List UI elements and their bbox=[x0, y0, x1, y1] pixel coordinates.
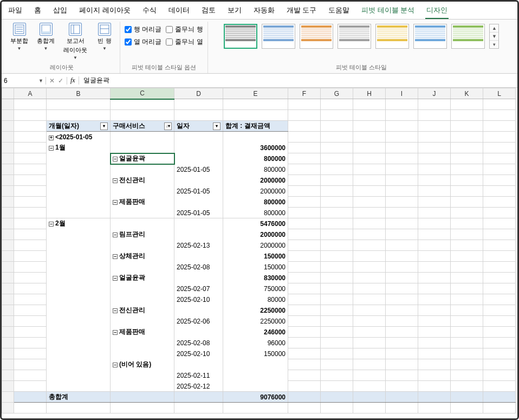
pivot-row[interactable]: –제품판매 bbox=[111, 327, 174, 338]
col-header[interactable]: I bbox=[386, 88, 418, 99]
row-header[interactable] bbox=[2, 197, 14, 208]
chk-row-headers[interactable]: 행 머리글 bbox=[125, 25, 161, 34]
row-header[interactable] bbox=[2, 359, 14, 370]
chk-banded-cols[interactable]: 줄무늬 열 bbox=[166, 37, 203, 47]
cell[interactable]: 2025-01-05 bbox=[174, 208, 223, 218]
cell[interactable]: 150000 bbox=[223, 262, 288, 273]
collapse-icon[interactable]: – bbox=[49, 222, 54, 227]
row-header[interactable] bbox=[2, 240, 14, 251]
cell[interactable]: 2025-02-11 bbox=[174, 370, 223, 381]
tab-insert[interactable]: 삽입 bbox=[52, 4, 68, 19]
pivot-style-2[interactable] bbox=[262, 24, 295, 49]
row-header[interactable] bbox=[2, 229, 14, 240]
col-header[interactable]: G bbox=[321, 88, 353, 99]
cell[interactable]: 800000 bbox=[223, 197, 288, 208]
tab-review[interactable]: 검토 bbox=[200, 4, 217, 19]
pivot-row[interactable]: –림프관리 bbox=[111, 229, 174, 240]
cell[interactable]: 5476000 bbox=[223, 218, 288, 229]
pivot-row[interactable]: –전신관리 bbox=[111, 305, 174, 316]
tab-file[interactable]: 파일 bbox=[7, 4, 23, 19]
row-header[interactable] bbox=[2, 392, 14, 403]
pivot-style-1[interactable] bbox=[224, 24, 257, 49]
subtotals-button[interactable]: 부분합 ▼ bbox=[8, 22, 30, 52]
accept-formula-icon[interactable]: ✓ bbox=[58, 77, 63, 85]
pivot-row[interactable]: –(비어 있음) bbox=[111, 359, 174, 370]
pivot-row[interactable]: –상체관리 bbox=[111, 251, 174, 262]
row-header[interactable] bbox=[2, 208, 14, 218]
sort-filter-icon[interactable]: ↓▾ bbox=[164, 122, 172, 130]
cell[interactable]: 800000 bbox=[223, 153, 288, 164]
pivot-style-6[interactable] bbox=[413, 24, 447, 49]
row-header[interactable] bbox=[2, 99, 14, 110]
name-box[interactable]: 6 ▼ bbox=[2, 77, 46, 85]
tab-view[interactable]: 보기 bbox=[226, 4, 243, 19]
row-header[interactable] bbox=[2, 316, 14, 327]
expand-gallery-icon[interactable]: ▾ bbox=[490, 41, 498, 48]
row-header[interactable] bbox=[2, 403, 14, 413]
tab-formulas[interactable]: 수식 bbox=[141, 4, 158, 19]
collapse-icon[interactable]: – bbox=[113, 200, 118, 205]
collapse-icon[interactable]: – bbox=[113, 157, 118, 161]
spreadsheet-grid[interactable]: A B C D E F G H I J K L 개월(일자)▾ 구매서비스↓▾ … bbox=[2, 88, 517, 420]
pivot-row[interactable]: –제품판매 bbox=[111, 197, 174, 208]
cell[interactable]: 800000 bbox=[223, 164, 288, 175]
cell[interactable]: 2025-01-05 bbox=[174, 186, 223, 197]
cell[interactable]: 2000000 bbox=[223, 240, 288, 251]
tab-page-layout[interactable]: 페이지 레이아웃 bbox=[78, 4, 132, 19]
row-header[interactable] bbox=[2, 153, 14, 164]
cell[interactable]: 830000 bbox=[223, 273, 288, 283]
cell[interactable]: 150000 bbox=[223, 251, 288, 262]
collapse-icon[interactable]: – bbox=[113, 363, 118, 367]
collapse-icon[interactable]: – bbox=[49, 146, 54, 151]
cell[interactable]: 2250000 bbox=[223, 305, 288, 316]
chk-col-headers[interactable]: 열 머리글 bbox=[125, 37, 161, 47]
cell[interactable]: 2000000 bbox=[223, 175, 288, 186]
col-header[interactable]: H bbox=[353, 88, 386, 99]
cell[interactable]: 2025-02-10 bbox=[174, 348, 223, 359]
row-header[interactable] bbox=[2, 251, 14, 262]
cell[interactable]: 2025-01-05 bbox=[174, 164, 223, 175]
col-header[interactable]: A bbox=[14, 88, 47, 99]
pivot-row[interactable]: –전신관리 bbox=[111, 175, 174, 186]
cell[interactable]: 2025-02-08 bbox=[174, 262, 223, 273]
cell[interactable]: 2025-02-07 bbox=[174, 283, 223, 294]
scroll-up-icon[interactable]: ▲ bbox=[490, 24, 498, 33]
grand-total-label[interactable]: 총합계 bbox=[47, 392, 111, 403]
row-header[interactable] bbox=[2, 370, 14, 381]
scroll-down-icon[interactable]: ▼ bbox=[490, 33, 498, 41]
collapse-icon[interactable]: – bbox=[113, 254, 118, 259]
blank-rows-button[interactable]: 빈 행 ▼ bbox=[94, 22, 115, 52]
pivot-style-5[interactable] bbox=[375, 24, 409, 49]
cell[interactable]: 2025-02-08 bbox=[174, 338, 223, 348]
row-header[interactable] bbox=[2, 143, 14, 153]
tab-developer[interactable]: 개발 도구 bbox=[286, 4, 318, 19]
cancel-formula-icon[interactable]: ✕ bbox=[49, 77, 55, 85]
grand-total-value[interactable]: 9076000 bbox=[223, 392, 288, 403]
pivot-style-7[interactable] bbox=[451, 24, 485, 49]
filter-icon[interactable]: ▾ bbox=[100, 122, 108, 130]
tab-help[interactable]: 도움말 bbox=[327, 4, 351, 19]
pivot-row[interactable]: –2월 bbox=[47, 218, 111, 229]
row-headers-checkbox[interactable] bbox=[125, 26, 132, 33]
select-all-corner[interactable] bbox=[2, 88, 14, 99]
tab-data[interactable]: 데이터 bbox=[167, 4, 191, 19]
banded-rows-checkbox[interactable] bbox=[166, 26, 173, 33]
row-header[interactable] bbox=[2, 338, 14, 348]
cell[interactable]: 800000 bbox=[223, 208, 288, 218]
col-header[interactable]: L bbox=[483, 88, 516, 99]
row-header[interactable] bbox=[2, 164, 14, 175]
formula-input[interactable]: 얼굴윤곽 bbox=[79, 76, 517, 85]
cell[interactable]: 2000000 bbox=[223, 186, 288, 197]
col-header[interactable]: C bbox=[111, 88, 174, 99]
row-header[interactable] bbox=[2, 283, 14, 294]
col-headers-checkbox[interactable] bbox=[125, 38, 132, 46]
cell[interactable]: 80000 bbox=[223, 294, 288, 305]
tab-design[interactable]: 디자인 bbox=[425, 4, 449, 19]
row-header[interactable] bbox=[2, 132, 14, 143]
row-header[interactable] bbox=[2, 186, 14, 197]
col-header[interactable]: J bbox=[418, 88, 451, 99]
cell[interactable]: 96000 bbox=[223, 338, 288, 348]
row-header[interactable] bbox=[2, 327, 14, 338]
fx-icon[interactable]: fx bbox=[67, 76, 79, 85]
tab-automate[interactable]: 자동화 bbox=[252, 4, 276, 19]
